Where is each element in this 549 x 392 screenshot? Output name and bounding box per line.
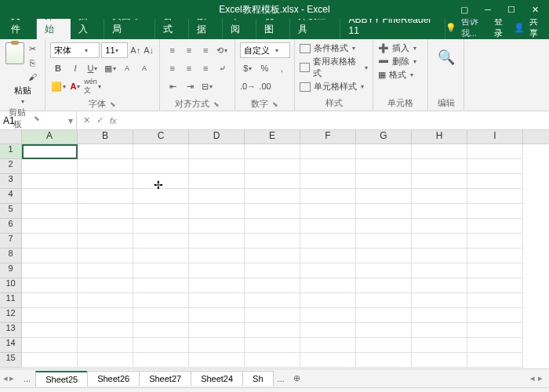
cell[interactable] <box>356 293 412 308</box>
percent-icon[interactable]: % <box>257 60 273 76</box>
table-format-button[interactable]: 套用表格格式▾ <box>300 56 368 79</box>
cell[interactable] <box>467 338 523 353</box>
conditional-format-button[interactable]: 条件格式▾ <box>300 42 368 54</box>
cell[interactable] <box>245 144 300 159</box>
cell[interactable] <box>189 323 245 338</box>
cell[interactable] <box>300 353 356 368</box>
cell[interactable] <box>78 234 133 249</box>
scroll-left-icon[interactable]: ◂ <box>530 373 535 383</box>
cell[interactable] <box>22 189 78 204</box>
cell[interactable] <box>245 338 300 353</box>
decrease-font-icon[interactable]: A↓ <box>143 42 155 58</box>
cell[interactable] <box>467 353 523 368</box>
cell[interactable] <box>412 219 467 234</box>
tellme-input[interactable]: 告诉我... <box>461 16 489 39</box>
row-header[interactable]: 5 <box>0 204 22 219</box>
cell[interactable] <box>300 249 356 263</box>
find-select-button[interactable]: 🔍 <box>438 49 455 66</box>
row-header[interactable]: 3 <box>0 174 22 189</box>
cell[interactable] <box>22 174 78 189</box>
cell[interactable] <box>300 293 356 308</box>
cell[interactable] <box>22 263 78 278</box>
insert-cells-button[interactable]: ➕插入▾ <box>378 42 423 54</box>
cell[interactable] <box>412 323 467 338</box>
cell[interactable] <box>412 338 467 353</box>
cell[interactable] <box>412 278 467 293</box>
cell[interactable] <box>412 263 467 278</box>
cell[interactable] <box>133 189 189 204</box>
cell[interactable] <box>356 144 412 159</box>
cell[interactable] <box>467 263 523 278</box>
column-header[interactable]: I <box>467 130 523 143</box>
underline-button[interactable]: U▾ <box>85 60 100 76</box>
cell[interactable] <box>245 234 300 249</box>
cell[interactable] <box>189 278 245 293</box>
decrease-decimal-icon[interactable]: .00 <box>257 78 273 94</box>
decrease-indent-icon[interactable]: ⇤ <box>165 78 180 94</box>
minimize-icon[interactable]: ─ <box>477 2 499 17</box>
select-all-corner[interactable] <box>0 130 22 143</box>
cell[interactable] <box>133 278 189 293</box>
font-name-select[interactable]: 宋体▾ <box>50 42 100 58</box>
increase-indent-icon[interactable]: ⇥ <box>182 78 198 94</box>
cancel-formula-icon[interactable]: ✕ <box>83 115 90 125</box>
sheet-nav-prev-icon[interactable]: ◂ <box>3 373 8 383</box>
border-button[interactable]: ▦▾ <box>102 60 118 76</box>
column-header[interactable]: A <box>22 130 78 143</box>
cell[interactable] <box>133 293 189 308</box>
row-header[interactable]: 8 <box>0 249 22 263</box>
cell[interactable] <box>245 249 300 263</box>
cell[interactable] <box>467 204 523 219</box>
cell[interactable] <box>189 353 245 368</box>
cell[interactable] <box>300 263 356 278</box>
cell[interactable] <box>78 159 133 174</box>
cell[interactable] <box>245 189 300 204</box>
cell[interactable] <box>78 353 133 368</box>
copy-icon[interactable]: ⎘ <box>26 56 40 69</box>
cell[interactable] <box>189 219 245 234</box>
cell[interactable] <box>189 144 245 159</box>
number-launcher-icon[interactable]: ⬊ <box>272 100 278 108</box>
cell[interactable] <box>189 249 245 263</box>
cell[interactable] <box>22 278 78 293</box>
sheet-nav-next-icon[interactable]: ▸ <box>9 373 14 383</box>
cell[interactable] <box>22 204 78 219</box>
column-header[interactable]: C <box>133 130 189 143</box>
cell[interactable] <box>78 204 133 219</box>
cell[interactable] <box>78 263 133 278</box>
cell[interactable] <box>300 278 356 293</box>
cell[interactable] <box>189 293 245 308</box>
row-header[interactable]: 6 <box>0 219 22 234</box>
cell[interactable] <box>78 293 133 308</box>
cell[interactable] <box>133 308 189 323</box>
cell[interactable] <box>467 293 523 308</box>
format-painter-icon[interactable]: 🖌 <box>26 71 40 83</box>
cell[interactable] <box>356 308 412 323</box>
new-sheet-button[interactable]: ⊕ <box>289 373 305 383</box>
cut-icon[interactable]: ✂ <box>26 42 40 55</box>
row-header[interactable]: 13 <box>0 323 22 338</box>
align-left-icon[interactable]: ≡ <box>165 60 180 76</box>
row-header[interactable]: 7 <box>0 234 22 249</box>
cell[interactable] <box>189 159 245 174</box>
cell[interactable] <box>356 204 412 219</box>
sheet-tab[interactable]: Sheet24 <box>191 371 243 386</box>
align-top-icon[interactable]: ≡ <box>165 42 180 58</box>
cell[interactable] <box>467 308 523 323</box>
cell[interactable] <box>22 338 78 353</box>
cell[interactable] <box>412 353 467 368</box>
cell[interactable] <box>189 174 245 189</box>
cell[interactable] <box>300 204 356 219</box>
format-cells-button[interactable]: ▦格式▾ <box>378 69 423 81</box>
orientation-icon[interactable]: ⟲▾ <box>215 42 230 58</box>
font-launcher-icon[interactable]: ⬊ <box>110 100 116 108</box>
worksheet-grid[interactable]: A B C D E F G H I 123456789101112131415 … <box>0 130 549 368</box>
phonetic-button[interactable]: wén文▾ <box>85 78 100 94</box>
cell[interactable] <box>133 219 189 234</box>
sheet-tab[interactable]: Sheet25 <box>35 371 88 387</box>
cell[interactable] <box>356 263 412 278</box>
cell[interactable] <box>245 278 300 293</box>
cell[interactable] <box>412 144 467 159</box>
cell[interactable] <box>133 159 189 174</box>
cell[interactable] <box>300 174 356 189</box>
